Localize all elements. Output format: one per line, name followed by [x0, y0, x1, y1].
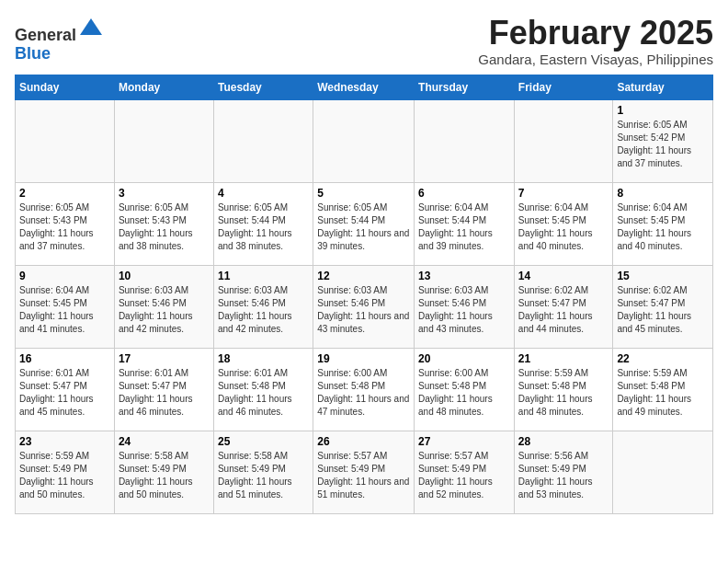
day-number: 15: [617, 270, 709, 282]
calendar-cell: 22Sunrise: 5:59 AM Sunset: 5:48 PM Dayli…: [613, 348, 713, 431]
day-info: Sunrise: 6:03 AM Sunset: 5:46 PM Dayligh…: [218, 284, 309, 336]
month-title: February 2025: [478, 15, 713, 52]
day-number: 12: [317, 270, 410, 282]
calendar-cell: 13Sunrise: 6:03 AM Sunset: 5:46 PM Dayli…: [415, 265, 515, 348]
day-info: Sunrise: 6:05 AM Sunset: 5:44 PM Dayligh…: [317, 201, 410, 253]
logo-general: General: [15, 26, 76, 44]
day-number: 27: [418, 435, 510, 448]
calendar-cell: 28Sunrise: 5:56 AM Sunset: 5:49 PM Dayli…: [514, 431, 613, 513]
calendar-cell: 7Sunrise: 6:04 AM Sunset: 5:45 PM Daylig…: [514, 182, 613, 265]
day-number: 23: [19, 435, 110, 448]
calendar-cell: 18Sunrise: 6:01 AM Sunset: 5:48 PM Dayli…: [213, 348, 313, 431]
weekday-header-tuesday: Tuesday: [213, 75, 313, 99]
calendar-cell: [613, 431, 713, 513]
day-number: 28: [518, 435, 609, 448]
day-info: Sunrise: 6:03 AM Sunset: 5:46 PM Dayligh…: [418, 284, 510, 336]
day-info: Sunrise: 6:02 AM Sunset: 5:47 PM Dayligh…: [617, 284, 709, 336]
day-info: Sunrise: 6:05 AM Sunset: 5:44 PM Dayligh…: [218, 201, 309, 253]
day-info: Sunrise: 6:04 AM Sunset: 5:45 PM Dayligh…: [518, 201, 609, 253]
calendar-cell: 8Sunrise: 6:04 AM Sunset: 5:45 PM Daylig…: [613, 182, 713, 265]
calendar-cell: 15Sunrise: 6:02 AM Sunset: 5:47 PM Dayli…: [613, 265, 713, 348]
day-info: Sunrise: 6:04 AM Sunset: 5:45 PM Dayligh…: [19, 284, 110, 336]
day-number: 7: [518, 187, 609, 200]
weekday-header-wednesday: Wednesday: [313, 75, 415, 99]
calendar-cell: 10Sunrise: 6:03 AM Sunset: 5:46 PM Dayli…: [114, 265, 213, 348]
calendar-cell: 1Sunrise: 6:05 AM Sunset: 5:42 PM Daylig…: [613, 99, 713, 182]
weekday-header-friday: Friday: [514, 75, 613, 99]
day-info: Sunrise: 5:57 AM Sunset: 5:49 PM Dayligh…: [418, 450, 510, 501]
calendar-cell: 12Sunrise: 6:03 AM Sunset: 5:46 PM Dayli…: [313, 265, 415, 348]
day-number: 6: [418, 187, 510, 200]
day-number: 5: [317, 187, 410, 200]
day-info: Sunrise: 6:03 AM Sunset: 5:46 PM Dayligh…: [119, 284, 210, 336]
day-number: 8: [617, 187, 709, 200]
calendar-cell: 11Sunrise: 6:03 AM Sunset: 5:46 PM Dayli…: [213, 265, 313, 348]
calendar-cell: [514, 99, 613, 182]
day-number: 11: [218, 270, 309, 282]
weekday-header-saturday: Saturday: [613, 75, 713, 99]
day-info: Sunrise: 6:04 AM Sunset: 5:45 PM Dayligh…: [617, 201, 709, 253]
calendar-cell: 14Sunrise: 6:02 AM Sunset: 5:47 PM Dayli…: [514, 265, 613, 348]
day-info: Sunrise: 6:05 AM Sunset: 5:43 PM Dayligh…: [119, 201, 210, 253]
calendar-cell: 2Sunrise: 6:05 AM Sunset: 5:43 PM Daylig…: [16, 182, 115, 265]
day-number: 13: [418, 270, 510, 282]
day-info: Sunrise: 6:02 AM Sunset: 5:47 PM Dayligh…: [518, 284, 609, 336]
day-info: Sunrise: 5:59 AM Sunset: 5:49 PM Dayligh…: [19, 450, 110, 501]
day-info: Sunrise: 6:05 AM Sunset: 5:43 PM Dayligh…: [19, 201, 110, 253]
calendar-cell: 27Sunrise: 5:57 AM Sunset: 5:49 PM Dayli…: [415, 431, 515, 513]
day-number: 2: [19, 187, 110, 200]
day-info: Sunrise: 5:58 AM Sunset: 5:49 PM Dayligh…: [218, 450, 309, 501]
calendar-cell: 9Sunrise: 6:04 AM Sunset: 5:45 PM Daylig…: [16, 265, 115, 348]
day-number: 21: [518, 352, 609, 365]
day-number: 17: [119, 352, 210, 365]
day-number: 22: [617, 352, 709, 365]
calendar-cell: 4Sunrise: 6:05 AM Sunset: 5:44 PM Daylig…: [213, 182, 313, 265]
logo: General Blue: [15, 15, 104, 63]
calendar-cell: [313, 99, 415, 182]
day-info: Sunrise: 6:01 AM Sunset: 5:47 PM Dayligh…: [119, 367, 210, 419]
calendar-cell: 16Sunrise: 6:01 AM Sunset: 5:47 PM Dayli…: [16, 348, 115, 431]
day-number: 3: [119, 187, 210, 200]
calendar-week-row: 23Sunrise: 5:59 AM Sunset: 5:49 PM Dayli…: [16, 431, 713, 513]
calendar-week-row: 9Sunrise: 6:04 AM Sunset: 5:45 PM Daylig…: [16, 265, 713, 348]
calendar-cell: 21Sunrise: 5:59 AM Sunset: 5:48 PM Dayli…: [514, 348, 613, 431]
day-info: Sunrise: 5:59 AM Sunset: 5:48 PM Dayligh…: [518, 367, 609, 419]
day-info: Sunrise: 6:00 AM Sunset: 5:48 PM Dayligh…: [418, 367, 510, 419]
calendar-cell: 26Sunrise: 5:57 AM Sunset: 5:49 PM Dayli…: [313, 431, 415, 513]
page-header: General Blue February 2025 Gandara, East…: [15, 15, 713, 67]
calendar-table: SundayMondayTuesdayWednesdayThursdayFrid…: [15, 75, 713, 514]
calendar-cell: 3Sunrise: 6:05 AM Sunset: 5:43 PM Daylig…: [114, 182, 213, 265]
day-info: Sunrise: 6:01 AM Sunset: 5:48 PM Dayligh…: [218, 367, 309, 419]
day-number: 26: [317, 435, 410, 448]
day-info: Sunrise: 6:01 AM Sunset: 5:47 PM Dayligh…: [19, 367, 110, 419]
day-number: 14: [518, 270, 609, 282]
calendar-cell: 20Sunrise: 6:00 AM Sunset: 5:48 PM Dayli…: [415, 348, 515, 431]
calendar-cell: [415, 99, 515, 182]
weekday-header-thursday: Thursday: [415, 75, 515, 99]
calendar-cell: [114, 99, 213, 182]
calendar-cell: 5Sunrise: 6:05 AM Sunset: 5:44 PM Daylig…: [313, 182, 415, 265]
day-number: 9: [19, 270, 110, 282]
logo-blue: Blue: [15, 44, 51, 63]
calendar-week-row: 2Sunrise: 6:05 AM Sunset: 5:43 PM Daylig…: [16, 182, 713, 265]
logo-icon: [78, 15, 104, 40]
calendar-cell: 25Sunrise: 5:58 AM Sunset: 5:49 PM Dayli…: [213, 431, 313, 513]
svg-marker-0: [80, 18, 102, 35]
day-info: Sunrise: 5:59 AM Sunset: 5:48 PM Dayligh…: [617, 367, 709, 419]
day-number: 24: [119, 435, 210, 448]
day-number: 18: [218, 352, 309, 365]
calendar-cell: [16, 99, 115, 182]
calendar-header-row: SundayMondayTuesdayWednesdayThursdayFrid…: [16, 75, 713, 99]
calendar-cell: 19Sunrise: 6:00 AM Sunset: 5:48 PM Dayli…: [313, 348, 415, 431]
day-number: 19: [317, 352, 410, 365]
day-info: Sunrise: 6:00 AM Sunset: 5:48 PM Dayligh…: [317, 367, 410, 419]
day-info: Sunrise: 6:05 AM Sunset: 5:42 PM Dayligh…: [617, 119, 709, 170]
day-number: 25: [218, 435, 309, 448]
calendar-cell: 17Sunrise: 6:01 AM Sunset: 5:47 PM Dayli…: [114, 348, 213, 431]
day-number: 1: [617, 104, 709, 117]
day-info: Sunrise: 5:57 AM Sunset: 5:49 PM Dayligh…: [317, 450, 410, 501]
calendar-cell: 23Sunrise: 5:59 AM Sunset: 5:49 PM Dayli…: [16, 431, 115, 513]
day-info: Sunrise: 6:04 AM Sunset: 5:44 PM Dayligh…: [418, 201, 510, 253]
calendar-week-row: 1Sunrise: 6:05 AM Sunset: 5:42 PM Daylig…: [16, 99, 713, 182]
day-number: 20: [418, 352, 510, 365]
